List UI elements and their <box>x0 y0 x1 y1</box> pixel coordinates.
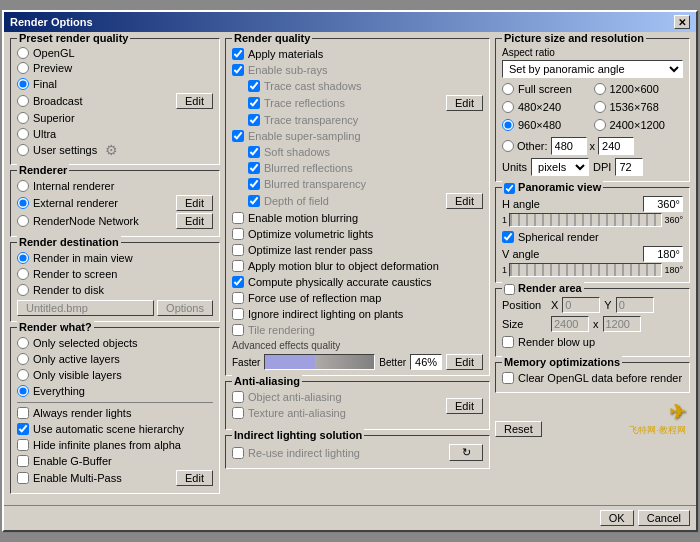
h-angle-input[interactable] <box>643 196 683 212</box>
ignore-indirect-check[interactable] <box>232 308 244 320</box>
position-x-input[interactable] <box>562 297 600 313</box>
full-screen-radio[interactable] <box>502 83 514 95</box>
soft-shadows-check[interactable] <box>248 146 260 158</box>
render-selected-label: Only selected objects <box>33 336 138 350</box>
indirect-lighting-group: Indirect lighting solution Re-use indire… <box>225 435 490 469</box>
render-main-view-radio[interactable] <box>17 252 29 264</box>
render-screen-radio[interactable] <box>17 268 29 280</box>
advanced-effects-edit-button[interactable]: Edit <box>446 354 483 370</box>
render-everything-radio[interactable] <box>17 385 29 397</box>
enable-super-sampling-check[interactable] <box>232 130 244 142</box>
size-w-input[interactable] <box>551 316 589 332</box>
close-button[interactable]: ✕ <box>674 15 690 29</box>
enable-subrays-check[interactable] <box>232 64 244 76</box>
blurred-reflections-check[interactable] <box>248 162 260 174</box>
render-disk-radio[interactable] <box>17 284 29 296</box>
renderer-internal-row: Internal renderer <box>17 179 213 193</box>
depth-of-field-edit-button[interactable]: Edit <box>446 193 483 209</box>
x-label: X <box>551 299 558 311</box>
render-active-radio[interactable] <box>17 353 29 365</box>
preset-broadcast-radio[interactable] <box>17 95 29 107</box>
reuse-indirect-check[interactable] <box>232 447 244 459</box>
res-480x240-radio[interactable] <box>502 101 514 113</box>
anti-aliasing-edit-button[interactable]: Edit <box>446 398 483 414</box>
preset-preview-radio[interactable] <box>17 62 29 74</box>
enable-gbuffer-check[interactable] <box>17 455 29 467</box>
v-angle-track[interactable] <box>509 263 662 277</box>
preset-opengl-label: OpenGL <box>33 47 75 59</box>
width-input[interactable]: 480 <box>551 137 587 155</box>
object-aa-check[interactable] <box>232 391 244 403</box>
preset-ultra-radio[interactable] <box>17 128 29 140</box>
renderer-node-radio[interactable] <box>17 215 29 227</box>
quality-slider[interactable] <box>264 354 375 370</box>
ok-button[interactable]: OK <box>600 510 634 526</box>
render-what-group: Render what? Only selected objects Only … <box>10 327 220 494</box>
preset-edit-button[interactable]: Edit <box>176 93 213 109</box>
indirect-refresh-button[interactable]: ↻ <box>449 444 483 461</box>
depth-of-field-check[interactable] <box>248 195 260 207</box>
reset-button[interactable]: Reset <box>495 421 542 437</box>
other-res-radio[interactable] <box>502 140 514 152</box>
v-angle-input[interactable] <box>643 246 683 262</box>
tile-rendering-check[interactable] <box>232 324 244 336</box>
height-input[interactable]: 240 <box>598 137 634 155</box>
render-selected-radio[interactable] <box>17 337 29 349</box>
aspect-ratio-select[interactable]: Set by panoramic angle <box>502 60 683 78</box>
render-visible-radio[interactable] <box>17 369 29 381</box>
position-y-input[interactable] <box>616 297 654 313</box>
preset-final-radio[interactable] <box>17 78 29 90</box>
clear-opengl-check[interactable] <box>502 372 514 384</box>
render-what-edit-button[interactable]: Edit <box>176 470 213 486</box>
always-render-lights-check[interactable] <box>17 407 29 419</box>
optimize-last-pass-label: Optimize last render pass <box>248 243 373 257</box>
res-2400x1200-radio[interactable] <box>594 119 606 131</box>
apply-motion-blur-check[interactable] <box>232 260 244 272</box>
blurred-transparency-check[interactable] <box>248 178 260 190</box>
hide-infinite-planes-check[interactable] <box>17 439 29 451</box>
h-angle-label-row: H angle <box>502 196 683 212</box>
trace-cast-shadows-label: Trace cast shadows <box>264 79 361 93</box>
renderer-internal-radio[interactable] <box>17 180 29 192</box>
render-options-button[interactable]: Options <box>157 300 213 316</box>
apply-motion-blur-row: Apply motion blur to object deformation <box>232 259 483 273</box>
render-destination-content: Render in main view Render to screen Ren… <box>17 251 213 316</box>
enable-multipass-check[interactable] <box>17 472 29 484</box>
render-file-button[interactable]: Untitled.bmp <box>17 300 154 316</box>
auto-scene-hierarchy-check[interactable] <box>17 423 29 435</box>
res-1200x600-radio[interactable] <box>594 83 606 95</box>
renderer-external-label: External renderer <box>33 197 118 209</box>
h-angle-track[interactable] <box>509 213 662 227</box>
force-reflection-check[interactable] <box>232 292 244 304</box>
optimize-last-pass-check[interactable] <box>232 244 244 256</box>
renderer-external-edit-button[interactable]: Edit <box>176 195 213 211</box>
optimize-volumetric-check[interactable] <box>232 228 244 240</box>
apply-materials-check[interactable] <box>232 48 244 60</box>
renderer-group: Renderer Internal renderer External rend… <box>10 170 220 237</box>
preset-opengl-radio[interactable] <box>17 47 29 59</box>
render-area-check[interactable] <box>504 284 515 295</box>
renderer-external-radio[interactable] <box>17 197 29 209</box>
res-960x480-row: 960×480 <box>502 118 592 132</box>
trace-reflections-check[interactable] <box>248 97 260 109</box>
preset-user-radio[interactable] <box>17 144 29 156</box>
res-1536x768-radio[interactable] <box>594 101 606 113</box>
render-blow-up-check[interactable] <box>502 336 514 348</box>
compute-caustics-check[interactable] <box>232 276 244 288</box>
enable-motion-blurring-check[interactable] <box>232 212 244 224</box>
panoramic-view-check[interactable] <box>504 183 515 194</box>
texture-aa-check[interactable] <box>232 407 244 419</box>
preset-render-quality-group: Preset render quality OpenGL Preview Fin… <box>10 38 220 165</box>
trace-cast-shadows-check[interactable] <box>248 80 260 92</box>
units-select[interactable]: pixels <box>531 158 589 176</box>
preset-superior-radio[interactable] <box>17 112 29 124</box>
renderer-node-edit-button[interactable]: Edit <box>176 213 213 229</box>
spherical-render-check[interactable] <box>502 231 514 243</box>
cancel-button[interactable]: Cancel <box>638 510 690 526</box>
res-960x480-radio[interactable] <box>502 119 514 131</box>
size-h-input[interactable] <box>603 316 641 332</box>
trace-reflections-edit-button[interactable]: Edit <box>446 95 483 111</box>
other-res-label: Other: <box>517 140 548 152</box>
trace-transparency-check[interactable] <box>248 114 260 126</box>
dpi-input[interactable] <box>615 158 643 176</box>
